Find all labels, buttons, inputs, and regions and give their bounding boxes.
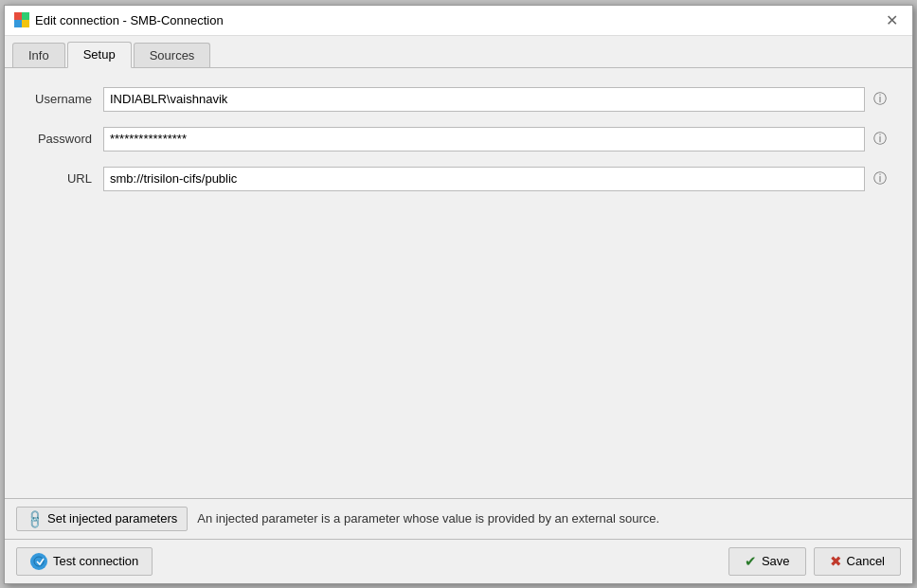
bottom-bar: 🔗 Set injected parameters An injected pa… <box>5 498 912 539</box>
password-info-icon[interactable]: ⓘ <box>871 130 890 149</box>
inject-params-button[interactable]: 🔗 Set injected parameters <box>16 507 188 531</box>
save-check-icon: ✔ <box>745 553 757 570</box>
tabs-bar: Info Setup Sources <box>5 36 912 68</box>
save-button[interactable]: ✔ Save <box>728 547 806 576</box>
app-icon <box>14 12 29 27</box>
username-info-icon[interactable]: ⓘ <box>871 90 890 109</box>
username-input[interactable] <box>103 87 865 112</box>
dialog-title: Edit connection - SMB-Connection <box>35 13 224 27</box>
tab-setup[interactable]: Setup <box>67 42 132 68</box>
inject-params-label: Set injected parameters <box>47 511 177 526</box>
password-input-wrap: ⓘ <box>103 127 890 151</box>
cancel-label: Cancel <box>847 554 885 568</box>
url-label: URL <box>27 171 103 186</box>
title-bar: Edit connection - SMB-Connection ✕ <box>5 6 912 36</box>
url-info-icon[interactable]: ⓘ <box>871 169 890 188</box>
tab-sources[interactable]: Sources <box>134 43 211 67</box>
password-label: Password <box>27 132 103 146</box>
title-bar-left: Edit connection - SMB-Connection <box>14 12 224 27</box>
test-connection-icon <box>30 553 47 570</box>
save-label: Save <box>762 554 790 568</box>
password-input[interactable] <box>103 127 865 151</box>
inject-info-text: An injected parameter is a parameter who… <box>197 511 901 526</box>
password-row: Password ⓘ <box>27 127 890 151</box>
content-area: Username ⓘ Password ⓘ URL ⓘ <box>5 68 912 498</box>
username-input-wrap: ⓘ <box>103 87 890 112</box>
footer-right: ✔ Save ✖ Cancel <box>728 547 901 576</box>
tab-info[interactable]: Info <box>12 43 65 67</box>
username-label: Username <box>27 92 103 106</box>
url-row: URL ⓘ <box>27 167 890 191</box>
url-input[interactable] <box>103 167 865 191</box>
url-input-wrap: ⓘ <box>103 167 890 191</box>
test-connection-label: Test connection <box>53 554 138 568</box>
username-row: Username ⓘ <box>27 87 890 112</box>
close-button[interactable]: ✕ <box>880 9 903 31</box>
cancel-button[interactable]: ✖ Cancel <box>814 547 901 576</box>
test-connection-button[interactable]: Test connection <box>16 547 153 576</box>
cancel-cross-icon: ✖ <box>830 553 842 570</box>
dialog: Edit connection - SMB-Connection ✕ Info … <box>4 5 913 584</box>
link-icon: 🔗 <box>24 508 45 529</box>
footer-bar: Test connection ✔ Save ✖ Cancel <box>5 539 912 583</box>
